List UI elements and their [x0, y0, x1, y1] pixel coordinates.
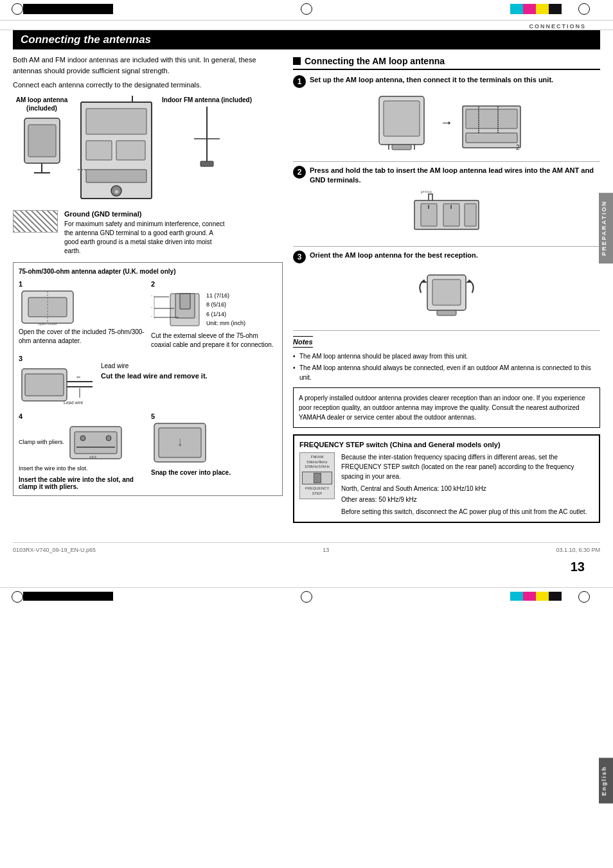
am-step2-desc: Press and hold the tab to insert the AM … [310, 166, 600, 186]
step1-num: 1 [19, 280, 145, 288]
ground-title: Ground (GND terminal) [64, 210, 225, 218]
am-step1-desc: Set up the AM loop antenna, then connect… [310, 75, 553, 85]
note2: • The AM loop antenna should always be c… [293, 363, 600, 382]
step3-text-area: Lead wire Cut the lead wire and remove i… [101, 362, 208, 380]
ground-text-section: Ground (GND terminal) For maximum safety… [64, 210, 225, 256]
step3-num: 3 [19, 355, 277, 362]
svg-text:↓: ↓ [177, 434, 183, 448]
am-antenna-section: AM loop antenna (included) [13, 96, 71, 177]
svg-text:2: 2 [516, 144, 520, 151]
page-header: CONNECTIONS [0, 21, 613, 30]
step2-circle: 2 [293, 166, 306, 179]
section-title-bar: Connecting the antennas [13, 30, 600, 49]
adapter-section-title: 75-ohm/300-ohm antenna adapter (U.K. mod… [19, 268, 277, 275]
step5-svg: ↓ [151, 420, 209, 465]
svg-rect-47 [384, 101, 420, 136]
step2-measures-svg: — — — [151, 290, 202, 329]
adapter-step2: 2 — [151, 280, 277, 350]
note1: • The AM loop antenna should be placed a… [293, 351, 600, 361]
color-blocks [510, 4, 562, 14]
step4-insert-label: Insert the wire into the slot. [19, 465, 145, 473]
fm-antenna-illustration [191, 107, 223, 168]
adapter-step5: 5 ↓ Snap the cover into place. [151, 412, 277, 491]
bottom-right: 03.1.10, 6:30 PM [556, 547, 600, 553]
step1-text: Open the cover of the included 75-ohm/30… [19, 328, 145, 346]
freq-text1: Because the inter-station frequency spac… [341, 452, 594, 481]
am-step2: 2 Press and hold the tab to insert the A… [293, 166, 600, 247]
left-column: Both AM and FM indoor antennas are inclu… [13, 49, 283, 529]
section-icon [293, 57, 301, 65]
freq-box: FREQUENCY STEP switch (China and General… [293, 434, 600, 523]
bottom-reg-left [12, 591, 23, 603]
notes-title: Notes [293, 338, 313, 346]
measure1: 11 (7/16) [206, 291, 245, 300]
side-tab-english: English [599, 758, 613, 804]
am-antenna-illustration [18, 115, 66, 176]
svg-rect-60 [465, 204, 476, 226]
svg-rect-31 [25, 374, 64, 396]
color-block-black [549, 4, 562, 14]
color-block-magenta [523, 4, 536, 14]
svg-text:⊕: ⊕ [114, 189, 119, 195]
svg-rect-53 [466, 133, 517, 143]
notes-title-bar: Notes [293, 336, 313, 348]
device-svg: ⊕ [75, 96, 158, 205]
step4-clamp-label1: Clamp with pliers. [19, 438, 64, 447]
svg-rect-5 [86, 109, 147, 134]
svg-text:✂: ✂ [76, 375, 81, 380]
bottom-bar: 0103RX-V740_09-19_EN-U.p65 13 03.1.10, 6… [13, 542, 600, 553]
lead-wire-label: Lead wire [101, 362, 208, 369]
freq-title: FREQUENCY STEP switch (China and General… [299, 441, 594, 448]
step3-svg: ✂ Lead wire [19, 362, 96, 407]
outdoor-box: A properly installed outdoor antenna pro… [293, 387, 600, 428]
am-loop-heading: Connecting the AM loop antenna [293, 56, 600, 70]
svg-rect-65 [432, 279, 461, 305]
bottom-yellow [536, 592, 549, 601]
am-antenna-label: AM loop antenna (included) [13, 96, 71, 112]
step2-text: Cut the external sleeve of the 75-ohm co… [151, 332, 277, 350]
bottom-magenta [523, 592, 536, 601]
color-block-yellow [536, 4, 549, 14]
bottom-left: 0103RX-V740_09-19_EN-U.p65 [13, 547, 96, 553]
am-step3: 3 Orient the AM loop antenna for the bes… [293, 251, 600, 331]
svg-rect-68 [437, 310, 456, 315]
bottom-reg-right [578, 591, 590, 603]
ground-section: Ground (GND terminal) For maximum safety… [13, 210, 283, 256]
black-strip-left [23, 4, 113, 14]
svg-rect-38 [75, 432, 117, 454]
measure2: 8 (5/16) [206, 300, 245, 309]
svg-text:slot: slot [89, 455, 96, 459]
step5-num: 5 [151, 412, 277, 420]
am-step3-img [414, 269, 479, 320]
reg-mark-left [12, 3, 23, 15]
svg-rect-48 [392, 145, 411, 150]
am-step1-after: 2 [459, 93, 524, 151]
svg-rect-15 [200, 161, 213, 166]
freq-text2: North, Central and South America: 100 kH… [341, 484, 594, 493]
step2-num: 2 [151, 280, 277, 288]
svg-text:—: — [151, 314, 152, 318]
side-tab-preparation: PREPARATION [599, 193, 613, 263]
main-content: Both AM and FM indoor antennas are inclu… [13, 49, 600, 529]
svg-rect-22 [180, 294, 190, 309]
measure-unit: Unit: mm (inch) [206, 319, 245, 328]
device-diagram: ⊕ [75, 96, 158, 206]
intro-paragraph2: Connect each antenna correctly to the de… [13, 80, 283, 91]
header-label: CONNECTIONS [529, 23, 586, 30]
page-number: 13 [0, 560, 613, 587]
measure3: 6 (1/14) [206, 310, 245, 319]
arrow-step1: → [440, 115, 453, 130]
outdoor-text: A properly installed outdoor antenna pro… [299, 394, 585, 421]
bottom-cyan [510, 592, 523, 601]
svg-text:open cover: open cover [38, 322, 57, 326]
freq-text-area: Because the inter-station frequency spac… [341, 452, 594, 517]
am-step2-img: press [408, 191, 485, 236]
am-step3-desc: Orient the AM loop antenna for the best … [310, 251, 478, 260]
svg-rect-52 [466, 109, 517, 128]
am-loop-title: Connecting the AM loop antenna [305, 56, 445, 66]
antenna-diagram: AM loop antenna (included) [13, 96, 283, 206]
freq-text3: Other areas: 50 kHz/9 kHz [341, 495, 594, 504]
step4-bottom-text: Insert the cable wire into the slot, and… [19, 476, 145, 490]
bottom-black [549, 592, 562, 601]
fm-antenna-section: Indoor FM antenna (included) [162, 96, 252, 169]
